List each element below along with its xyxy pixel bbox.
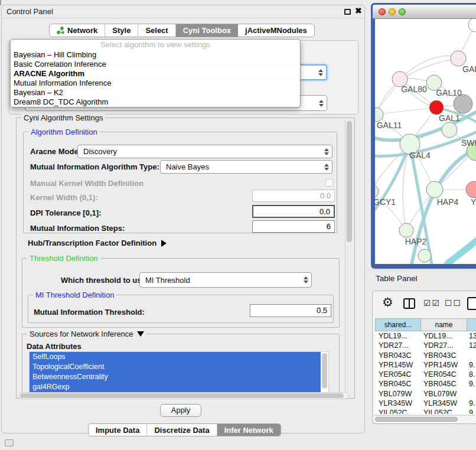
attribute-item[interactable]: SelfLoops — [30, 352, 321, 362]
table-row[interactable]: YDL19...YDL19...13 — [375, 331, 476, 341]
scrollbar-thumb[interactable] — [347, 121, 352, 242]
node-mid-green[interactable] — [442, 122, 457, 138]
collapsed-panel-icon[interactable] — [5, 439, 14, 446]
mi-type-value: Naive Bayes — [161, 162, 321, 171]
close-icon[interactable]: ✖ — [355, 6, 362, 15]
cell: YBR043C — [375, 351, 421, 360]
tab-network[interactable]: Network — [50, 24, 105, 37]
table-row[interactable]: YBR043CYBR043C — [375, 351, 476, 360]
float-window-icon[interactable] — [344, 9, 351, 15]
node-gal1[interactable] — [429, 100, 444, 115]
cell: YLR345W — [375, 399, 421, 408]
table-row[interactable]: YDR27...YDR27...12 — [375, 341, 476, 350]
tab-cyni-toolbox[interactable]: Cyni Toolbox — [176, 24, 238, 37]
threshold-definition-title: Threshold Definition — [27, 254, 100, 263]
table-row[interactable]: YLR345WYLR345W9. — [375, 399, 476, 408]
kernel-width-field[interactable]: 0.0 — [252, 190, 335, 202]
table-row[interactable]: YPR145WYPR145W9. — [375, 360, 476, 370]
dpi-tolerance-field[interactable]: 0.0 — [252, 205, 335, 218]
node-label: GAL11 — [377, 120, 402, 130]
cell: YDL19... — [375, 331, 421, 341]
attribute-item[interactable]: gal4RGexp — [30, 382, 321, 392]
dropdown-item[interactable]: Basic Correlation Inference — [11, 60, 300, 69]
node-label: GAL — [462, 64, 476, 74]
cell: YBR043C — [421, 351, 467, 360]
column-header-partial[interactable] — [467, 318, 476, 331]
apply-button[interactable]: Apply — [160, 404, 201, 417]
cell: 9 — [467, 408, 476, 414]
attribute-item[interactable]: TopologicalCoefficient — [30, 362, 321, 372]
gear-icon[interactable]: ⚙ — [382, 296, 393, 309]
table-row[interactable]: YIL052CYIL052C9 — [375, 408, 476, 414]
cell: YBL079W — [375, 389, 421, 399]
dropdown-item-aracne[interactable]: ARACNE Algorithm — [11, 69, 300, 79]
zoom-traffic-light[interactable] — [399, 8, 406, 15]
hub-definition-expander[interactable]: Hub/Transcription Factor Definition — [28, 239, 167, 247]
which-threshold-label: Which threshold to use: — [61, 276, 148, 285]
node-hap2[interactable] — [399, 223, 413, 237]
minimize-traffic-light[interactable] — [389, 8, 396, 15]
dropdown-item[interactable]: Dream8 DC_TDC Algorithm — [11, 97, 300, 107]
sources-title: Sources for Network Inference — [30, 330, 133, 338]
settings-horizontal-scrollbar[interactable] — [18, 392, 349, 399]
select-all-checkboxes-icon[interactable]: ☑☑ — [423, 298, 441, 308]
manual-kernel-label: Manual Kernel Width Definition — [30, 179, 144, 188]
attributes-scrollbar[interactable] — [321, 352, 328, 392]
dropdown-item[interactable]: Bayesian – K2 — [11, 88, 300, 97]
cell: YDR27... — [375, 341, 421, 350]
node-unlabeled[interactable] — [468, 19, 476, 32]
close-traffic-light[interactable] — [379, 8, 386, 15]
node-bottom-green[interactable] — [418, 249, 431, 262]
dropdown-item[interactable]: Bayesian – Hill Climbing — [11, 50, 300, 60]
cell: YIL052C — [375, 408, 421, 414]
which-threshold-combobox[interactable]: MI Threshold — [139, 272, 312, 288]
mi-type-combobox[interactable]: Naive Bayes — [160, 160, 332, 174]
table-row[interactable]: YBR045CYBR045C9. — [375, 379, 476, 389]
mi-threshold-field[interactable]: 0.5 — [250, 304, 331, 317]
table-row[interactable]: YBL079WYBL079W — [375, 389, 476, 399]
manual-kernel-checkbox[interactable] — [325, 179, 333, 187]
scrollbar-thumb[interactable] — [20, 393, 344, 398]
node-gal11[interactable] — [375, 107, 383, 122]
split-column-icon[interactable] — [403, 298, 415, 309]
tab-impute-data[interactable]: Impute Data — [89, 424, 147, 436]
node-label: HAP4 — [437, 197, 459, 207]
column-header-name[interactable]: name — [421, 318, 467, 331]
tab-select[interactable]: Select — [138, 24, 175, 37]
table-body: YDL19...YDL19...13 YDR27...YDR27...12 YB… — [375, 331, 476, 414]
panel-divider — [366, 269, 476, 270]
mi-steps-field[interactable]: 6 — [252, 220, 335, 233]
node-hap4[interactable] — [426, 181, 443, 198]
table-horizontal-scrollbar[interactable] — [374, 415, 475, 422]
expand-right-icon — [161, 240, 167, 247]
kernel-width-label: Kernel Width (0,1): — [30, 193, 98, 202]
node-label: GCY1 — [375, 197, 396, 207]
deselect-all-checkboxes-icon[interactable]: ☐☐ — [445, 298, 462, 308]
scrollbar-thumb[interactable] — [322, 353, 327, 389]
tab-style[interactable]: Style — [105, 24, 138, 37]
hub-definition-label: Hub/Transcription Factor Definition — [28, 239, 157, 247]
node-gcy1[interactable] — [375, 185, 379, 198]
scrollbar-thumb[interactable] — [375, 417, 458, 422]
tab-jactivemnodules[interactable]: jActiveMNodules — [238, 24, 314, 37]
screen-edge-artifact — [0, 0, 1, 5]
node-salmon[interactable] — [466, 181, 476, 198]
tab-infer-network[interactable]: Infer Network — [217, 424, 281, 436]
mi-threshold-title: MI Threshold Definition — [33, 291, 116, 299]
aracne-mode-combobox[interactable]: Discovery — [77, 145, 332, 158]
network-canvas[interactable]: GAL GAL80 GAL10 GAL1 GAL11 SWI4 GAL4 GCY… — [375, 19, 476, 264]
cell: 9. — [467, 379, 476, 389]
table-panel-title: Table Panel — [376, 274, 418, 283]
cell: YBL079W — [421, 389, 467, 399]
table-row[interactable]: YER054CYER054C8. — [375, 370, 476, 379]
document-icon[interactable] — [467, 297, 476, 310]
cell: YDL19... — [421, 331, 467, 341]
tab-discretize-data[interactable]: Discretize Data — [147, 424, 217, 436]
attribute-item[interactable]: BetweennessCentrality — [30, 372, 321, 382]
network-window-titlebar[interactable] — [373, 5, 476, 19]
sources-title-row[interactable]: Sources for Network Inference — [27, 330, 146, 338]
dropdown-item[interactable]: Mutual Information Inference — [11, 79, 300, 88]
column-header-shared[interactable]: shared... — [375, 318, 421, 331]
settings-vertical-scrollbar[interactable] — [345, 119, 353, 397]
control-panel-titlebar: Control Panel ✖ — [2, 5, 364, 18]
